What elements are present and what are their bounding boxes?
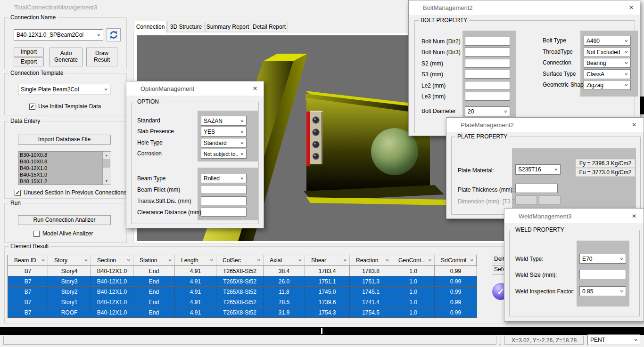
table-row-selected[interactable]: B7 Story3 B40-12X1.0 End 4.91 T265X8-St5… bbox=[8, 276, 477, 286]
unit-combo[interactable]: PENT bbox=[587, 334, 640, 345]
standard-combo[interactable]: SAZAN bbox=[201, 116, 247, 126]
run-connection-analizer-button[interactable]: Run Connection Analizer bbox=[18, 215, 111, 225]
model-alive-analizer-checkbox[interactable]: Model Alive Analizer bbox=[33, 230, 93, 237]
use-initial-template-checkbox[interactable]: Use Initial Template Data bbox=[29, 103, 101, 110]
scrollbar-thumb[interactable] bbox=[103, 159, 110, 168]
s2-input[interactable] bbox=[465, 59, 510, 68]
bolt-type-value: A490 bbox=[584, 38, 622, 44]
slab-presence-combo[interactable]: YES bbox=[201, 127, 247, 137]
column-header-shear[interactable]: Shear bbox=[305, 255, 350, 266]
plate-thickness-input[interactable] bbox=[515, 184, 558, 193]
cell-shear: 1739.6 bbox=[305, 297, 350, 307]
import-database-button[interactable]: Import Database File bbox=[18, 135, 111, 145]
list-item[interactable]: B40-10X0.8 bbox=[18, 158, 102, 165]
list-item[interactable]: B40-12X1.0 bbox=[18, 165, 102, 171]
table-row-selected[interactable]: B7 Story1 B40-12X1.0 End 4.91 T265X8-St5… bbox=[8, 297, 477, 307]
refresh-button[interactable] bbox=[107, 28, 121, 41]
thread-type-combo[interactable]: Not Excluded bbox=[584, 47, 631, 57]
listbox-scrollbar[interactable] bbox=[102, 152, 111, 185]
list-item[interactable]: B40-15X1.0 bbox=[18, 171, 102, 178]
option-dialog-titlebar[interactable]: OptionManagement bbox=[126, 81, 264, 96]
bolt-dialog-titlebar[interactable]: BoltManagement2 bbox=[409, 0, 640, 15]
column-header-station[interactable]: Station bbox=[133, 255, 175, 266]
chevron-down-icon bbox=[622, 49, 630, 56]
filter-chevron-icon[interactable] bbox=[209, 257, 214, 264]
filter-chevron-icon[interactable] bbox=[298, 257, 302, 264]
table-row-selected[interactable]: B7 Story2 B40-12X1.0 End 4.91 T265X8-St5… bbox=[8, 286, 477, 297]
export-button[interactable]: Export bbox=[14, 57, 44, 66]
filter-chevron-icon[interactable] bbox=[343, 257, 347, 264]
scroll-up-icon[interactable] bbox=[103, 152, 110, 159]
column-header-srtcontrol[interactable]: SrtControl bbox=[435, 255, 477, 266]
tab-connection[interactable]: Connection bbox=[134, 21, 167, 32]
draw-result-button[interactable]: Draw Result bbox=[86, 48, 117, 66]
table-row[interactable]: B7 Story4 B40-12X1.0 End 4.91 T265X8-St5… bbox=[8, 266, 477, 276]
header-label: GeoCont... bbox=[398, 257, 426, 264]
filter-chevron-icon[interactable] bbox=[385, 257, 389, 264]
filter-chevron-icon[interactable] bbox=[126, 257, 131, 264]
beam-type-combo[interactable]: Rolled bbox=[201, 174, 247, 183]
chevron-down-icon bbox=[238, 118, 246, 124]
filter-chevron-icon[interactable] bbox=[168, 257, 172, 264]
table-row-selected[interactable]: B7 ROOF B40-12X1.0 End 4.91 T265X8-St52 … bbox=[8, 307, 477, 317]
plate-material-value: S235T16 bbox=[516, 166, 552, 173]
column-header-length[interactable]: Length bbox=[175, 255, 216, 266]
close-icon[interactable] bbox=[251, 85, 259, 92]
weld-type-combo[interactable]: E70 bbox=[579, 254, 626, 264]
connection-name-combo[interactable]: B40-12X1.0_SPBeam2Col bbox=[14, 29, 103, 40]
auto-generate-button[interactable]: Auto Generate bbox=[50, 48, 83, 66]
bolt-num-dir2-input[interactable] bbox=[465, 37, 510, 46]
connection-template-combo[interactable]: Single Plate Beam2Col bbox=[18, 84, 110, 95]
filter-chevron-icon[interactable] bbox=[41, 257, 45, 264]
cell-station: End bbox=[133, 276, 175, 286]
le3-input[interactable] bbox=[465, 92, 510, 101]
window-title: TotalConnectionManagement3 bbox=[14, 4, 97, 11]
dimension-t3-input[interactable] bbox=[515, 195, 537, 205]
clearance-distance-input[interactable] bbox=[201, 208, 247, 217]
plate-material-combo[interactable]: S235T16 bbox=[515, 164, 561, 175]
surface-type-combo[interactable]: ClassA bbox=[584, 69, 631, 79]
filter-chevron-icon[interactable] bbox=[470, 257, 474, 264]
geometric-shape-combo[interactable]: Zigzag bbox=[584, 80, 631, 90]
tab-summary-report[interactable]: Summary Report bbox=[205, 22, 250, 32]
corrosion-combo[interactable]: Not subject to... bbox=[201, 149, 247, 159]
tab-detail-report[interactable]: Detail Report bbox=[251, 22, 288, 32]
column-header-beam-id[interactable]: Beam ID bbox=[8, 255, 48, 266]
le2-input[interactable] bbox=[465, 81, 510, 90]
list-item[interactable]: B40-15X1.2 bbox=[18, 178, 102, 185]
column-header-axial[interactable]: Axial bbox=[264, 255, 305, 266]
weld-inspection-factor-combo[interactable]: 0.85 bbox=[579, 286, 626, 296]
bolt-diameter-combo[interactable]: 20 bbox=[465, 106, 510, 116]
dimension-t2-input[interactable] bbox=[539, 195, 561, 205]
column-header-section[interactable]: Section bbox=[91, 255, 133, 266]
bolt-num-dir3-input[interactable] bbox=[465, 48, 510, 56]
section-listbox[interactable]: B30-10X0.8 B40-10X0.8 B40-12X1.0 B40-15X… bbox=[18, 151, 111, 185]
tab-3d-structure[interactable]: 3D Structure bbox=[167, 22, 205, 32]
bolt-type-combo[interactable]: A490 bbox=[584, 36, 631, 46]
weld-size-input[interactable] bbox=[579, 270, 626, 279]
hole-type-combo[interactable]: Standard bbox=[201, 138, 247, 148]
column-header-colsec[interactable]: ColSec bbox=[216, 255, 264, 266]
unused-section-checkbox[interactable]: Unused Section In Previous Connections bbox=[15, 189, 126, 196]
cell-reaction: 1783.8 bbox=[350, 266, 392, 276]
chevron-down-icon bbox=[552, 166, 560, 173]
beam-fillet-input[interactable] bbox=[201, 185, 247, 194]
close-icon[interactable] bbox=[627, 4, 635, 11]
column-header-geocont[interactable]: GeoCont... bbox=[392, 255, 435, 266]
cell-shear: 1751.1 bbox=[305, 276, 350, 286]
scroll-down-icon[interactable] bbox=[103, 178, 110, 185]
column-header-story[interactable]: Story bbox=[48, 255, 91, 266]
filter-chevron-icon[interactable] bbox=[428, 257, 432, 264]
filter-chevron-icon[interactable] bbox=[256, 257, 261, 264]
close-icon[interactable] bbox=[630, 212, 638, 220]
filter-chevron-icon[interactable] bbox=[84, 257, 88, 264]
import-button[interactable]: Import bbox=[14, 48, 44, 56]
connection-combo[interactable]: Bearing bbox=[584, 58, 631, 68]
weld-dialog-titlebar[interactable]: WeldManagement3 bbox=[504, 209, 644, 223]
list-item[interactable]: B30-10X0.8 bbox=[18, 152, 102, 158]
plate-dialog-titlebar[interactable]: PlateManagement2 bbox=[446, 118, 644, 132]
s3-input[interactable] bbox=[465, 70, 510, 79]
column-header-reaction[interactable]: Reaction bbox=[350, 255, 392, 266]
close-icon[interactable] bbox=[630, 121, 638, 129]
transv-stiff-dis-input[interactable] bbox=[201, 196, 247, 205]
